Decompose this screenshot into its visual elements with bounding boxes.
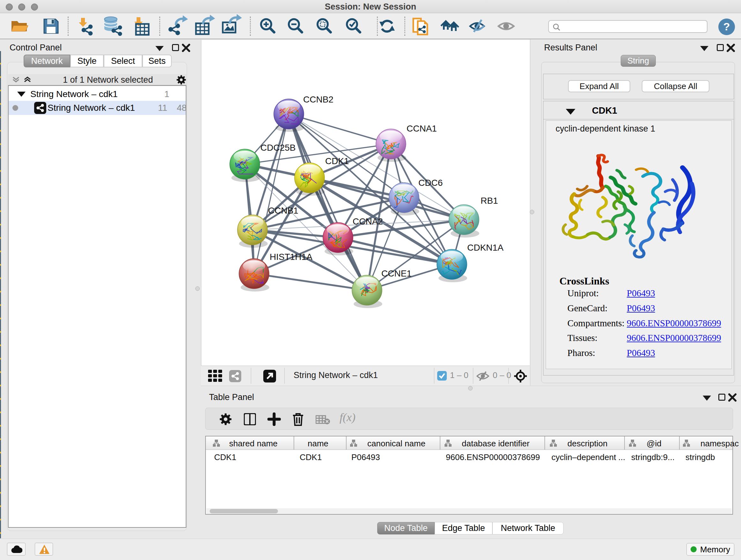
svg-text:RB1: RB1: [481, 196, 498, 206]
svg-text:CCNA1: CCNA1: [407, 124, 437, 133]
svg-text:CDKN1A: CDKN1A: [467, 243, 503, 253]
svg-text:CDC25B: CDC25B: [260, 143, 295, 152]
svg-text:CDC6: CDC6: [418, 178, 443, 188]
svg-text:CCNA2: CCNA2: [353, 216, 383, 226]
svg-text:CCNB1: CCNB1: [268, 206, 298, 215]
svg-text:?: ?: [724, 20, 730, 33]
svg-text:CDK1: CDK1: [325, 156, 349, 166]
svg-text:HIST1H1A: HIST1H1A: [270, 252, 313, 262]
svg-text:CCNE1: CCNE1: [381, 268, 412, 278]
svg-text:CCNB2: CCNB2: [303, 95, 333, 105]
